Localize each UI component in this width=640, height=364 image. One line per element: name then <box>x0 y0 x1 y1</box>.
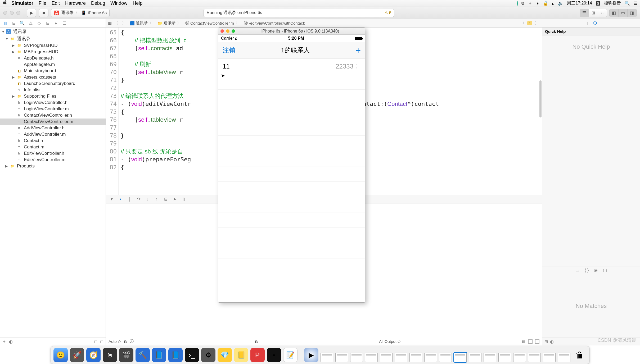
menu-debug[interactable]: Debug <box>91 1 105 6</box>
dock-app-p[interactable]: P <box>250 348 265 362</box>
close-icon[interactable] <box>3 11 7 15</box>
menubar-bluetooth-icon[interactable]: ∗ <box>536 1 539 6</box>
console-output-filter[interactable]: All Output ◇ <box>379 339 401 344</box>
object-library-tab[interactable]: ◉ <box>594 268 598 273</box>
assistant-editor-button[interactable]: ⊞ <box>589 9 598 17</box>
step-out-button[interactable]: ↑ <box>154 197 160 202</box>
dock-min-window-1[interactable] <box>321 353 333 362</box>
toggle-debug-button[interactable]: ▭ <box>619 9 628 17</box>
nav-add-button[interactable]: + <box>355 46 361 55</box>
nav-back-button[interactable]: 注销 <box>223 46 235 54</box>
tree-item[interactable]: mContactViewController.m <box>0 119 106 125</box>
project-tree[interactable]: ▼A通讯录▼📁通讯录▶📁SVProgressHUD▶📁MBProgressHUD… <box>0 28 106 338</box>
code-snippet-library-tab[interactable]: { } <box>585 268 589 273</box>
menubar-notification-icon[interactable]: ☰ <box>634 1 637 6</box>
filter-icon[interactable]: ◐ <box>9 339 13 344</box>
stop-button[interactable]: ■ <box>39 9 48 17</box>
variables-info-icon[interactable]: ⓘ <box>130 339 134 344</box>
contact-cell[interactable]: 11 22333 〉 <box>218 58 365 74</box>
sim-zoom-icon[interactable] <box>232 29 235 33</box>
location-button[interactable]: ➤ <box>172 197 178 202</box>
dock-min-window-9[interactable] <box>439 353 452 362</box>
jump-crumb-method[interactable]: Ⓜ-editViewController:withContact: <box>243 21 306 26</box>
pause-button[interactable]: ‖ <box>127 197 133 202</box>
dock-min-window-5[interactable] <box>380 353 393 362</box>
standard-editor-button[interactable]: ☰ <box>580 9 589 17</box>
dock-app-dark[interactable]: ▪ <box>267 348 281 362</box>
tree-item[interactable]: mContact.m <box>0 144 106 150</box>
tree-item[interactable]: hContact.h <box>0 138 106 144</box>
project-navigator-tab[interactable]: ▥ <box>2 20 8 26</box>
jump-prev-icon[interactable]: 〈 <box>520 21 526 26</box>
dock-launchpad[interactable]: 🚀 <box>70 348 84 362</box>
menubar-status-rec-icon[interactable] <box>517 1 518 6</box>
find-navigator-tab[interactable]: 🔍 <box>19 20 25 26</box>
dock-settings[interactable]: ⚙ <box>201 348 215 362</box>
toggle-right-pane-button[interactable] <box>535 339 539 344</box>
apple-menu-icon[interactable] <box>3 0 7 6</box>
library-filter-icon[interactable]: ◐ <box>550 339 554 344</box>
dock-min-window-3[interactable] <box>350 353 363 362</box>
menu-window[interactable]: Window <box>110 1 127 6</box>
jump-crumb-file[interactable]: ⓂContactViewController.m〉 <box>184 21 241 26</box>
dock-app-mouse[interactable]: 🖱 <box>103 348 117 362</box>
simulator-titlebar[interactable]: iPhone 6s - iPhone 6s / iOS 9.0 (13A340) <box>218 28 365 35</box>
panel-toggle-segmented[interactable]: ◧ ▭ ◨ <box>609 9 637 17</box>
dock-xcode[interactable]: 🔨 <box>136 348 150 362</box>
run-button[interactable]: ▶ <box>27 9 36 17</box>
dock-notes[interactable]: 📒 <box>234 348 248 362</box>
tree-item[interactable]: hAppDelegate.h <box>0 55 106 61</box>
menu-hardware[interactable]: Hardware <box>65 1 86 6</box>
dock-textedit[interactable]: 📝 <box>283 348 298 362</box>
dock-sketch[interactable]: 💎 <box>218 348 232 362</box>
tree-group[interactable]: ▼📁通讯录 <box>0 35 106 42</box>
test-navigator-tab[interactable]: ◇ <box>36 20 42 26</box>
tree-item[interactable]: hContactViewController.h <box>0 112 106 119</box>
dock-app-clapper[interactable]: 🎬 <box>119 348 133 362</box>
related-items-button[interactable]: ▦ <box>108 21 112 26</box>
window-traffic-lights[interactable] <box>3 11 20 15</box>
dock-media-player[interactable]: ▶ <box>304 348 318 362</box>
tree-products[interactable]: ▶📁Products <box>0 163 106 169</box>
tree-item[interactable]: ◧Main.storyboard <box>0 68 106 74</box>
dock-min-window-16[interactable] <box>543 353 556 362</box>
sim-close-icon[interactable] <box>220 29 224 33</box>
dock-min-window-14[interactable] <box>513 353 526 362</box>
dock-min-window-8[interactable] <box>424 353 437 362</box>
tree-item[interactable]: hAddViewController.h <box>0 125 106 131</box>
process-button[interactable]: ▯ <box>181 197 187 202</box>
jump-crumb-project[interactable]: 🟦通讯录〉 <box>129 21 155 26</box>
hide-debug-button[interactable]: ▾ <box>109 197 115 202</box>
dock-min-window-6[interactable] <box>395 353 407 362</box>
tree-item[interactable]: mLoginViewController.m <box>0 106 106 112</box>
dock-min-window-17[interactable] <box>558 353 570 362</box>
symbol-navigator-tab[interactable]: ⊞ <box>11 20 17 26</box>
dock-min-window-4[interactable] <box>365 353 378 362</box>
menubar-screen-icon[interactable]: ⧉ <box>521 1 524 6</box>
tree-item[interactable]: ✎Info.plist <box>0 87 106 93</box>
activity-warning[interactable]: ⚠ 6 <box>384 10 391 15</box>
file-template-library-tab[interactable]: ▭ <box>575 268 579 273</box>
minimize-icon[interactable] <box>10 11 14 15</box>
tree-item[interactable]: ▶📁Assets.xcassets <box>0 74 106 80</box>
dock-app-generic1[interactable]: 📘 <box>152 348 166 362</box>
variables-settings-icon[interactable]: ◐ <box>124 339 127 344</box>
menubar-ime-label[interactable]: 搜狗拼音 <box>604 1 621 6</box>
dock-terminal[interactable]: ›_ <box>185 348 199 362</box>
menubar-volume-icon[interactable]: 🔈 <box>558 1 563 6</box>
menu-file[interactable]: File <box>39 1 46 6</box>
dock-min-window-11[interactable] <box>469 353 481 362</box>
recent-filter-button[interactable]: ◻ <box>94 339 97 344</box>
dock-safari[interactable]: 🧭 <box>86 348 101 362</box>
jump-crumb-group[interactable]: 📁通讯录〉 <box>156 21 183 26</box>
clear-console-button[interactable]: 🗑 <box>522 339 526 344</box>
dock-finder[interactable]: 🙂 <box>53 348 68 362</box>
dock-min-window-2[interactable] <box>335 353 348 362</box>
tree-item[interactable]: ▶📁Supporting Files <box>0 93 106 99</box>
add-button[interactable]: ＋ <box>2 339 6 344</box>
tree-item[interactable]: hLoginViewController.h <box>0 99 106 106</box>
breakpoint-navigator-tab[interactable]: ▸ <box>53 20 59 26</box>
toggle-utilities-button[interactable]: ◨ <box>628 9 637 17</box>
menu-help[interactable]: Help <box>133 1 142 6</box>
file-inspector-tab[interactable]: ▯ <box>585 21 588 26</box>
